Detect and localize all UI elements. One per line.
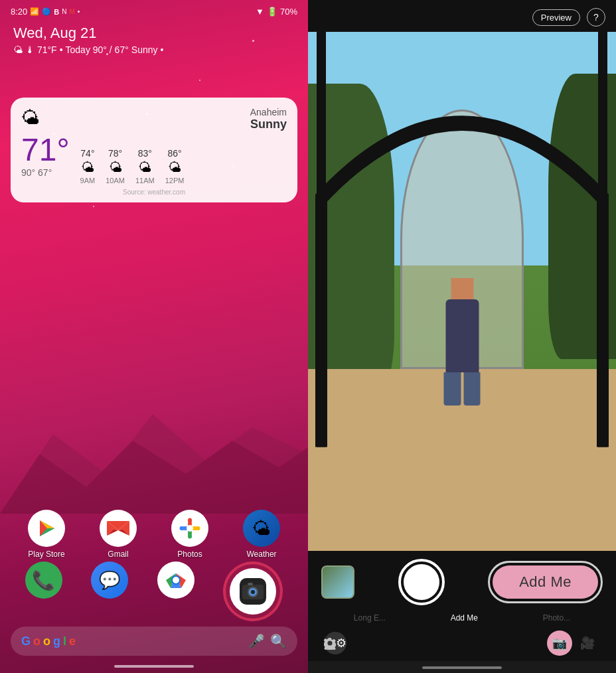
- g-blue2: g: [53, 635, 60, 648]
- lens-icon[interactable]: 🔍: [270, 633, 287, 649]
- signal-icon: 📶: [30, 7, 39, 16]
- person-legs: [444, 372, 481, 406]
- home-indicator-left: [114, 665, 194, 668]
- person-body: [445, 299, 479, 372]
- mode-selector: Long E... Add Me Photo...: [308, 613, 616, 623]
- shutter-inner: [404, 564, 439, 600]
- widget-city: Anaheim: [250, 107, 287, 117]
- photo-video-toggle: 📷 🎥: [547, 631, 600, 656]
- forecast-11am: 83° 🌤 11AM: [135, 148, 155, 185]
- search-bar[interactable]: Google 🎤 🔍: [11, 627, 297, 656]
- app-photos[interactable]: Photos: [171, 510, 208, 559]
- svg-rect-26: [248, 583, 253, 585]
- mode-add-me: Add Me: [451, 613, 478, 623]
- forecast-time-12pm: 12PM: [165, 177, 185, 185]
- high-temp: 90°: [21, 167, 35, 178]
- person-figure: [444, 278, 481, 406]
- photo-mode-toggle[interactable]: 📷: [547, 631, 572, 656]
- widget-top: 🌤 Anaheim Sunny: [21, 107, 287, 131]
- app-messages[interactable]: 💬: [91, 561, 128, 621]
- time-display: 8:20: [11, 7, 27, 17]
- mode-photo[interactable]: Photo...: [543, 613, 570, 623]
- g-red2: e: [69, 635, 76, 648]
- bluetooth-icon: B: [54, 8, 59, 16]
- mountain-decoration: [0, 394, 308, 514]
- date-weather-header: Wed, Aug 21 🌤 🌡 71°F • Today 90° / 67° S…: [0, 19, 308, 58]
- home-indicator-right: [422, 666, 502, 669]
- messages-icon: 💬: [91, 561, 128, 599]
- gmail-label: Gmail: [108, 550, 128, 559]
- current-temp: 🌡 71°F: [25, 44, 57, 55]
- help-button[interactable]: ?: [587, 8, 605, 27]
- svg-point-25: [251, 590, 255, 594]
- app-chrome[interactable]: [157, 561, 194, 621]
- camera-bottom-row: ⚙ 📷 🎥: [308, 631, 616, 656]
- g-blue: G: [21, 635, 31, 648]
- forecast-9am: 74° 🌤 9AM: [80, 148, 96, 185]
- camera-settings-button[interactable]: ⚙: [324, 632, 346, 654]
- thumbnail-preview[interactable]: [321, 565, 354, 599]
- weather-app-icon: 🌤: [243, 510, 280, 547]
- shutter-button[interactable]: [398, 559, 445, 605]
- forecast-time-11am: 11AM: [135, 177, 155, 185]
- widget-source: Source: weather.com: [21, 188, 287, 196]
- app-row-2: 📞 💬: [0, 561, 308, 621]
- dot-sep: •: [60, 44, 63, 55]
- widget-forecast: 74° 🌤 9AM 78° 🌤 10AM 83° 🌤 11AM 86° 🌤: [80, 148, 185, 185]
- widget-condition: Sunny: [250, 117, 287, 131]
- forecast-temp-9am: 74°: [80, 148, 94, 159]
- status-left: 8:20 📶 🔵 B N M •: [11, 7, 80, 17]
- forecast-10am: 78° 🌤 10AM: [106, 148, 125, 185]
- microphone-icon[interactable]: 🎤: [248, 633, 265, 649]
- app-weather[interactable]: 🌤 Weather: [243, 510, 280, 559]
- camera-circle-highlight: [223, 561, 283, 621]
- gmail-icon-status: M: [70, 8, 75, 15]
- nfc-icon: N: [62, 8, 66, 15]
- phone-icon: 📞: [25, 561, 62, 599]
- add-me-button-outer[interactable]: Add Me: [488, 561, 603, 603]
- status-right: ▼ 🔋 70%: [256, 7, 297, 17]
- low-temp: 67°: [38, 167, 52, 178]
- widget-location: Anaheim Sunny: [250, 107, 287, 131]
- app-gmail[interactable]: Gmail: [100, 510, 137, 559]
- photos-label: Photos: [177, 550, 202, 559]
- add-me-container: Add Me: [488, 561, 603, 603]
- video-mode-toggle[interactable]: 🎥: [575, 631, 600, 656]
- forecast-temp-11am: 83°: [138, 148, 152, 159]
- right-panel: Preview ?: [308, 0, 616, 673]
- svg-point-20: [173, 577, 179, 583]
- forecast-time-9am: 9AM: [80, 177, 96, 185]
- play-store-icon: [28, 510, 65, 547]
- date-display: Wed, Aug 21: [13, 25, 295, 42]
- app-play-store[interactable]: Play Store: [28, 510, 65, 559]
- wifi-icon: 🔵: [42, 7, 51, 16]
- app-camera[interactable]: [223, 561, 283, 621]
- battery-icon: 🔋: [267, 7, 277, 17]
- forecast-icon-12pm: 🌤: [168, 160, 181, 175]
- weather-widget[interactable]: 🌤 Anaheim Sunny 71° 90° 67° 74° 🌤 9AM: [11, 98, 297, 202]
- gmail-icon: [100, 510, 137, 547]
- svg-point-16: [187, 525, 193, 532]
- preview-button[interactable]: Preview: [532, 9, 580, 26]
- g-yellow: o: [43, 635, 50, 648]
- widget-sun-icon: 🌤: [21, 107, 40, 129]
- camera-icon-container: [230, 568, 276, 615]
- weather-summary: 🌤 🌡 71°F • Today 90° / 67° Sunny •: [13, 44, 295, 55]
- wifi-status-icon: ▼: [256, 7, 264, 17]
- forecast-icon-11am: 🌤: [138, 160, 151, 175]
- camera-top-bar: Preview ?: [308, 0, 616, 32]
- forecast-temp-10am: 78°: [108, 148, 122, 159]
- sun-emoji-header: 🌤: [13, 44, 23, 55]
- search-right-icons: 🎤 🔍: [248, 633, 287, 649]
- status-bar: 8:20 📶 🔵 B N M • ▼ 🔋 70%: [0, 0, 308, 19]
- app-phone[interactable]: 📞: [25, 561, 62, 621]
- forecast-temp-12pm: 86°: [168, 148, 182, 159]
- add-me-button[interactable]: Add Me: [493, 565, 598, 599]
- mode-long-exposure[interactable]: Long E...: [354, 613, 386, 623]
- widget-main-temp: 71°: [21, 134, 70, 166]
- today-range: Today 90° / 67°: [66, 44, 129, 55]
- forecast-icon-9am: 🌤: [81, 160, 94, 175]
- g-red: o: [33, 635, 40, 648]
- forecast-icon-10am: 🌤: [109, 160, 122, 175]
- photos-icon: [171, 510, 208, 547]
